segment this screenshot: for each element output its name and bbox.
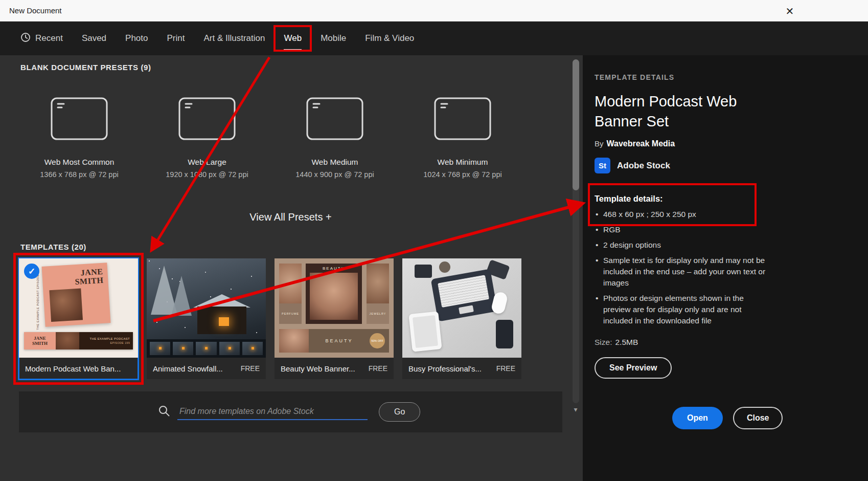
preset-dimensions: 1024 x 768 px @ 72 ppi bbox=[423, 170, 501, 179]
template-title: Modern Podcast Web Banner Set bbox=[595, 92, 768, 132]
tab-art-illustration[interactable]: Art & Illustration bbox=[203, 21, 265, 55]
preview-photo bbox=[367, 264, 389, 303]
new-document-dialog: New Document ✕ Recent Saved Photo Print … bbox=[0, 0, 868, 481]
template-card-wrap: ✓ THE EXAMPLE PODCAST EPISODE 199 JANE S… bbox=[19, 258, 138, 379]
detail-bullet-options: 2 design options bbox=[595, 239, 768, 251]
filmstrip-frame bbox=[173, 342, 193, 355]
preset-row: Web Most Common 1366 x 768 px @ 72 ppi W… bbox=[15, 83, 583, 179]
tab-saved[interactable]: Saved bbox=[82, 21, 106, 55]
adobe-stock-label: Adobe Stock bbox=[617, 161, 670, 171]
template-preview-art bbox=[402, 258, 521, 358]
template-label-bar: Animated Snowfall... FREE bbox=[147, 358, 266, 379]
titlebar: New Document ✕ bbox=[0, 0, 868, 21]
template-badge: FREE bbox=[369, 364, 387, 373]
preset-web-most-common[interactable]: Web Most Common 1366 x 768 px @ 72 ppi bbox=[15, 83, 143, 179]
template-preview-art bbox=[147, 258, 266, 358]
detail-bullet-sample-text: Sample text is for display only and may … bbox=[595, 255, 768, 289]
close-button[interactable]: Close bbox=[733, 407, 783, 429]
template-card-wrap: Animated Snowfall... FREE bbox=[147, 258, 266, 379]
browser-window-icon bbox=[51, 97, 108, 142]
template-preview-art: PERFUME BEAUTY JEWELRY bbox=[275, 258, 394, 358]
browser-window-icon bbox=[178, 97, 236, 142]
template-preview-art: ✓ THE EXAMPLE PODCAST EPISODE 199 JANE S… bbox=[19, 258, 138, 358]
template-card-wrap: PERFUME BEAUTY JEWELRY bbox=[275, 258, 394, 379]
template-modern-podcast[interactable]: ✓ THE EXAMPLE PODCAST EPISODE 199 JANE S… bbox=[19, 258, 138, 379]
filmstrip-frame bbox=[196, 342, 216, 355]
view-all-presets-button[interactable]: View All Presets + bbox=[19, 211, 562, 223]
tab-photo[interactable]: Photo bbox=[125, 21, 148, 55]
templates-heading: TEMPLATES (20) bbox=[0, 223, 583, 251]
filmstrip-frame bbox=[242, 342, 263, 355]
browser-window-icon bbox=[434, 97, 491, 142]
adobe-stock-search-bar: Go bbox=[19, 391, 562, 432]
tab-label: Mobile bbox=[321, 33, 346, 43]
preview-banner-show: THE EXAMPLE PODCAST EPISODE 199 bbox=[79, 332, 133, 349]
blank-presets-heading: BLANK DOCUMENT PRESETS (9) bbox=[0, 55, 583, 72]
tab-label: Art & Illustration bbox=[203, 33, 265, 43]
magnifier-icon bbox=[158, 405, 170, 419]
scrollbar-thumb[interactable] bbox=[573, 59, 579, 190]
template-card-wrap: Busy Professional's... FREE bbox=[402, 258, 521, 379]
template-details-label: Template details: bbox=[595, 194, 868, 204]
tab-film-video[interactable]: Film & Video bbox=[365, 21, 414, 55]
preset-dimensions: 1440 x 900 px @ 72 ppi bbox=[295, 170, 374, 179]
preset-name: Web Minimum bbox=[438, 158, 488, 167]
template-size-line: Size:2.5MB bbox=[595, 338, 868, 347]
check-icon: ✓ bbox=[24, 264, 39, 279]
scrollbar-track[interactable] bbox=[573, 59, 579, 403]
tab-label: Print bbox=[167, 33, 185, 43]
go-button[interactable]: Go bbox=[379, 402, 420, 422]
preset-web-medium[interactable]: Web Medium 1440 x 900 px @ 72 ppi bbox=[271, 83, 399, 179]
preview-name-text: JANE SMITH bbox=[74, 268, 104, 287]
beauty-left-label: PERFUME bbox=[279, 303, 302, 324]
search-input[interactable] bbox=[177, 404, 368, 420]
beauty-center-label: BEAUTY bbox=[306, 266, 362, 271]
desk-cup bbox=[439, 261, 450, 273]
beauty-right-label: JEWELRY bbox=[367, 303, 389, 324]
cabin-window bbox=[219, 317, 229, 326]
template-badge: FREE bbox=[241, 364, 260, 373]
tab-web[interactable]: Web bbox=[284, 21, 302, 55]
detail-bullet-colormode: RGB bbox=[595, 224, 768, 235]
preset-web-minimum[interactable]: Web Minimum 1024 x 768 px @ 72 ppi bbox=[399, 83, 527, 179]
snow-tree bbox=[171, 276, 192, 316]
chevron-down-icon[interactable]: ▾ bbox=[572, 405, 580, 413]
see-preview-button[interactable]: See Preview bbox=[595, 357, 672, 379]
desk-camera bbox=[415, 265, 432, 278]
template-name: Busy Professional's... bbox=[408, 364, 492, 373]
preset-name: Web Most Common bbox=[44, 158, 115, 167]
adobe-stock-icon: St bbox=[595, 158, 610, 173]
desk-laptop bbox=[431, 269, 498, 321]
close-icon[interactable]: ✕ bbox=[782, 4, 797, 19]
filmstrip-frame bbox=[219, 342, 240, 355]
preset-name: Web Medium bbox=[311, 158, 358, 167]
template-busy-professionals[interactable]: Busy Professional's... FREE bbox=[402, 258, 521, 379]
template-beauty-web-banner[interactable]: PERFUME BEAUTY JEWELRY bbox=[275, 258, 394, 379]
preview-photo bbox=[310, 273, 358, 320]
preset-web-large[interactable]: Web Large 1920 x 1080 px @ 72 ppi bbox=[143, 83, 271, 179]
open-button[interactable]: Open bbox=[672, 407, 723, 429]
filmstrip-frame bbox=[150, 342, 170, 355]
window-title: New Document bbox=[9, 6, 62, 15]
browser-window-icon bbox=[306, 97, 363, 142]
dialog-actions: Open Close bbox=[672, 407, 783, 429]
beauty-right-banner: JEWELRY bbox=[367, 264, 389, 324]
template-animated-snowfall[interactable]: Animated Snowfall... FREE bbox=[147, 258, 266, 379]
preview-episode: EPISODE 199 bbox=[110, 341, 130, 344]
tablet-screen bbox=[413, 315, 438, 348]
template-label-bar: Modern Podcast Web Ban... bbox=[19, 358, 138, 379]
detail-bullet-photos: Photos or design elements shown in the p… bbox=[595, 293, 768, 326]
template-details-list: 468 x 60 px ; 250 x 250 px RGB 2 design … bbox=[595, 209, 768, 326]
template-label-bar: Beauty Web Banner... FREE bbox=[275, 358, 394, 379]
adobe-stock-row: St Adobe Stock bbox=[595, 158, 868, 173]
tab-print[interactable]: Print bbox=[167, 21, 185, 55]
discount-badge: 50% OFF bbox=[370, 333, 385, 348]
beauty-left-banner: PERFUME bbox=[279, 264, 302, 324]
template-name: Modern Podcast Web Ban... bbox=[25, 364, 128, 373]
by-label: By bbox=[595, 139, 604, 148]
preview-banner-name: JANE SMITH bbox=[24, 332, 56, 349]
tab-label: Photo bbox=[125, 33, 148, 43]
tab-mobile[interactable]: Mobile bbox=[321, 21, 346, 55]
tab-recent[interactable]: Recent bbox=[20, 21, 63, 55]
preset-dimensions: 1920 x 1080 px @ 72 ppi bbox=[166, 170, 248, 179]
